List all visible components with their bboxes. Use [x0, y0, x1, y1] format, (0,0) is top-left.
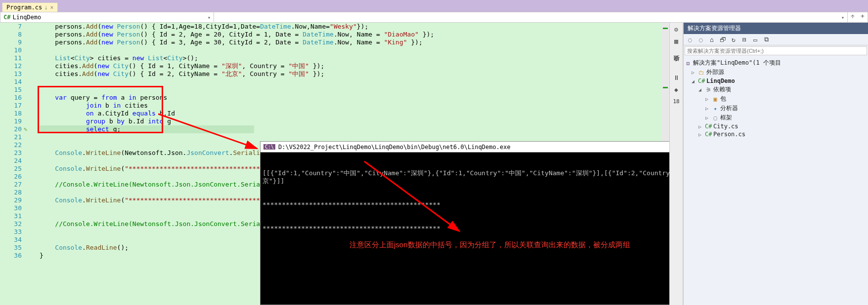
- properties-icon[interactable]: ⧉: [762, 35, 771, 44]
- forward-icon[interactable]: ◌: [696, 35, 705, 44]
- external-sources-node[interactable]: ▷ 🗀 外部源: [685, 68, 867, 77]
- line-number: 18: [0, 110, 22, 117]
- pause-icon[interactable]: ⏸: [672, 73, 681, 82]
- code-line[interactable]: List<City> cities = new List<City>();: [40, 54, 665, 62]
- console-line: [[{"Id":1,"Country":"中国","CityName":"深圳"…: [262, 169, 669, 185]
- back-icon[interactable]: ◌: [686, 35, 694, 44]
- refresh-icon[interactable]: ↻: [729, 35, 738, 44]
- node-label: 分析器: [720, 104, 738, 113]
- node-label: 依赖项: [713, 85, 731, 94]
- project-node[interactable]: ◢ C# LinqDemo: [685, 77, 867, 85]
- code-line[interactable]: cities.Add(new City() { Id = 2, CityName…: [40, 70, 665, 78]
- line-number: 23: [0, 149, 22, 157]
- line-number: 28: [0, 189, 22, 196]
- tab-label: Program.cs: [6, 4, 42, 11]
- line-number: 21: [0, 133, 22, 141]
- collapsed-icon: ▷: [705, 96, 710, 102]
- sync-icon[interactable]: 🗗: [718, 35, 727, 44]
- collapsed-icon: ▷: [692, 70, 696, 75]
- navigation-bar: C# LinqDemo ▾ ▾ ÷ +: [0, 12, 868, 23]
- line-number: 8: [0, 31, 22, 38]
- edit-glyph-icon: ✎: [24, 126, 27, 133]
- gear-icon[interactable]: ⚙: [672, 25, 681, 34]
- collapsed-icon: ▷: [698, 124, 703, 129]
- pin-icon[interactable]: ⤓: [44, 5, 48, 10]
- csharp-icon: C#: [3, 14, 10, 21]
- file-node-person[interactable]: ▷ C# Person.cs: [685, 130, 867, 138]
- line-number: 22: [0, 141, 22, 149]
- dependencies-icon: ⚞: [705, 86, 712, 93]
- code-line[interactable]: [40, 46, 665, 54]
- node-label: Person.cs: [713, 131, 745, 138]
- search-input[interactable]: [685, 47, 867, 55]
- line-number: 29: [0, 196, 22, 204]
- solution-tree[interactable]: ⧈ 解决方案"LinqDemo"(1 个项目 ▷ 🗀 外部源 ◢ C# Linq…: [684, 56, 868, 140]
- analyzer-icon: ✦: [712, 105, 719, 112]
- line-number: 27: [0, 181, 22, 189]
- line-number: 12: [0, 62, 22, 70]
- home-icon[interactable]: ⌂: [707, 35, 716, 44]
- namespace-label: LinqDemo: [12, 14, 41, 21]
- add-button[interactable]: +: [858, 12, 868, 22]
- code-line[interactable]: persons.Add(new Person() { Id = 3, Age =…: [40, 38, 665, 46]
- line-number: 10: [0, 46, 22, 54]
- code-line[interactable]: persons.Add(new Person() { Id = 2, Age =…: [40, 31, 665, 38]
- expanded-icon: ◢: [698, 87, 703, 92]
- package-icon: ▣: [712, 96, 719, 103]
- collapsed-icon: ▷: [705, 115, 710, 120]
- code-line[interactable]: [40, 133, 665, 141]
- solution-explorer-title: 解决方案资源管理器: [684, 23, 868, 34]
- csharp-file-icon: C#: [705, 131, 712, 138]
- line-number: 11: [0, 54, 22, 62]
- solution-label: 解决方案"LinqDemo"(1 个项目: [693, 59, 781, 67]
- code-line[interactable]: [40, 78, 665, 86]
- close-icon[interactable]: ×: [50, 4, 53, 11]
- code-editor[interactable]: 7891011121314151617181920212223242526272…: [0, 23, 669, 305]
- csharp-project-icon: C#: [698, 77, 705, 84]
- line-number: 31: [0, 212, 22, 220]
- dependencies-node[interactable]: ◢ ⚞ 依赖项: [685, 85, 867, 94]
- collapse-icon[interactable]: ⊟: [740, 35, 749, 44]
- solution-node[interactable]: ⧈ 解决方案"LinqDemo"(1 个项目: [685, 58, 867, 68]
- line-number: 24: [0, 157, 22, 165]
- collapsed-icon: ▷: [698, 132, 703, 137]
- console-icon: C:\: [263, 144, 275, 150]
- frameworks-node[interactable]: ▷ ▢ 框架: [685, 113, 867, 122]
- console-output[interactable]: [[{"Id":1,"Country":"中国","CityName":"深圳"…: [260, 152, 669, 249]
- stop-icon[interactable]: ◆: [672, 85, 681, 94]
- line-number: 36: [0, 252, 22, 260]
- member-dropdown[interactable]: ▾: [214, 12, 848, 22]
- code-line[interactable]: persons.Add(new Person() { Id=1,Age=18,C…: [40, 23, 665, 31]
- namespace-dropdown[interactable]: C# LinqDemo ▾: [0, 12, 214, 22]
- code-line[interactable]: cities.Add(new City() { Id = 1, CityName…: [40, 62, 665, 70]
- file-node-city[interactable]: ▷ C# City.cs: [685, 122, 867, 130]
- console-window: C:\ D:\VS2022_Project\LinqDemo\LinqDemo\…: [260, 141, 669, 305]
- node-label: 框架: [720, 114, 732, 122]
- console-line: ****************************************…: [262, 225, 669, 232]
- counter-badge: 18: [672, 97, 681, 106]
- line-number: 14: [0, 78, 22, 86]
- node-label: City.cs: [713, 123, 738, 130]
- split-button[interactable]: ÷: [848, 12, 858, 22]
- show-all-icon[interactable]: ▭: [751, 35, 760, 44]
- node-label: 外部源: [706, 68, 724, 76]
- chevron-down-icon: ▾: [841, 15, 844, 20]
- line-number: 33: [0, 228, 22, 236]
- file-tab-program[interactable]: Program.cs ⤓ ×: [2, 2, 58, 12]
- solution-icon: ⧈: [685, 60, 692, 67]
- line-number: 20: [0, 125, 22, 133]
- line-number: 30: [0, 204, 22, 212]
- annotation-note: 注意区分上面json数据的中括号，因为分组了，所以关联查询出来的数据，被分成两组: [349, 240, 669, 250]
- folder-icon: 🗀: [698, 69, 705, 76]
- lightning-icon[interactable]: ▦: [672, 37, 681, 45]
- solution-explorer: 解决方案资源管理器 ◌ ◌ ⌂ 🗗 ↻ ⊟ ▭ ⧉ ⧈ 解决方案"LinqDem…: [683, 23, 868, 305]
- line-number: 26: [0, 173, 22, 181]
- framework-icon: ▢: [712, 114, 719, 121]
- csharp-file-icon: C#: [705, 123, 712, 130]
- console-line: ****************************************…: [262, 201, 669, 209]
- packages-node[interactable]: ▷ ▣ 包: [685, 94, 867, 104]
- analyzers-node[interactable]: ▷ ✦ 分析器: [685, 104, 867, 113]
- console-titlebar[interactable]: C:\ D:\VS2022_Project\LinqDemo\LinqDemo\…: [260, 142, 669, 152]
- line-number: 7: [0, 23, 22, 31]
- solution-explorer-search[interactable]: [685, 46, 867, 55]
